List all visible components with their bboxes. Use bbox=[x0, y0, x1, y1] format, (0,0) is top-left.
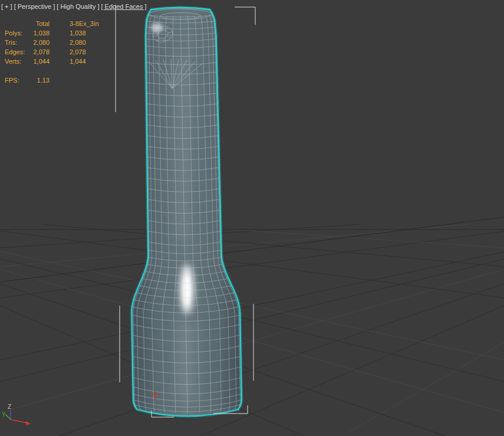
stats-fps-label: FPS: bbox=[5, 76, 27, 85]
stats-tris-object: 2,080 bbox=[53, 38, 99, 47]
viewport: [ + ][ Perspective ][ High Quality ][ Ed… bbox=[0, 0, 504, 436]
model-3-8Ex-3in[interactable] bbox=[131, 8, 242, 417]
stats-edges-label: Edges: bbox=[5, 47, 27, 57]
stats-header-total: Total bbox=[31, 19, 50, 28]
viewport-pov-menu[interactable]: [ Perspective ] bbox=[14, 3, 55, 10]
stats-edges-object: 2,078 bbox=[53, 47, 99, 57]
axis-x-arrowhead bbox=[26, 421, 31, 425]
stats-edges-total: 2,078 bbox=[31, 47, 50, 57]
viewport-general-menu[interactable]: [ + ] bbox=[1, 3, 12, 10]
stats-verts-total: 1,044 bbox=[31, 57, 50, 66]
ground-grid bbox=[0, 197, 504, 436]
stats-header-row: Total 3-8Ex_3in bbox=[5, 19, 99, 28]
stats-polys-object: 1,038 bbox=[53, 28, 99, 38]
stats-row-tris: Tris: 2,080 2,080 bbox=[5, 38, 99, 47]
statistics-overlay: Total 3-8Ex_3in Polys: 1,038 1,038 Tris:… bbox=[5, 19, 99, 85]
stats-verts-label: Verts: bbox=[5, 57, 27, 66]
stats-verts-object: 1,044 bbox=[53, 57, 99, 66]
stats-fps-spacer bbox=[53, 76, 99, 85]
stats-header-spacer bbox=[5, 19, 27, 28]
grid-horizon-lines bbox=[0, 217, 504, 282]
stats-fps-value: 1.13 bbox=[31, 76, 50, 85]
viewport-label: [ + ][ Perspective ][ High Quality ][ Ed… bbox=[1, 3, 149, 10]
axis-y-line bbox=[5, 414, 11, 419]
stats-tris-total: 2,080 bbox=[31, 38, 50, 47]
world-axis-gizmo: Z Y bbox=[1, 402, 42, 435]
stats-row-verts: Verts: 1,044 1,044 bbox=[5, 57, 99, 66]
stats-row-fps: FPS: 1.13 bbox=[5, 76, 99, 85]
axis-x-line bbox=[11, 419, 27, 423]
viewport-quality-menu[interactable]: [ High Quality ] bbox=[57, 3, 99, 10]
stats-header-object: 3-8Ex_3in bbox=[53, 19, 99, 28]
stats-tris-label: Tris: bbox=[5, 38, 27, 47]
stats-polys-label: Polys: bbox=[5, 28, 27, 38]
axis-z-label: Z bbox=[8, 404, 11, 410]
stats-polys-total: 1,038 bbox=[31, 28, 50, 38]
viewport-shading-menu[interactable]: [ Edged Faces ] bbox=[101, 3, 147, 10]
stats-row-edges: Edges: 2,078 2,078 bbox=[5, 47, 99, 57]
stats-row-polys: Polys: 1,038 1,038 bbox=[5, 28, 99, 38]
